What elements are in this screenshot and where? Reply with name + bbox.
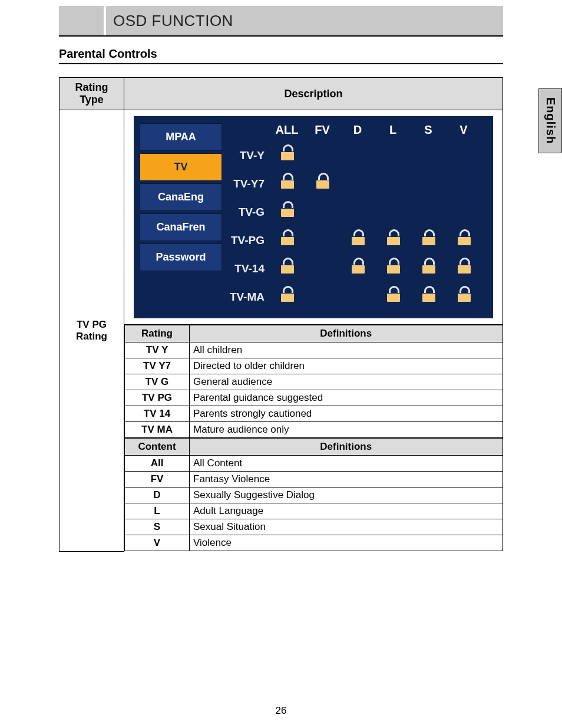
lock-icon — [279, 233, 295, 246]
osd-panel: MPAATVCanaEngCanaFrenPassword ALLFVDLSV … — [134, 116, 493, 318]
table-row: LAdult Language — [125, 503, 503, 519]
rating-code: TV G — [125, 374, 190, 390]
osd-lock-cell[interactable] — [375, 289, 411, 305]
lock-icon — [385, 289, 401, 302]
osd-lock-cell[interactable] — [269, 176, 305, 192]
parental-controls-table: Rating Type Description TV PG Rating MPA… — [59, 77, 503, 552]
lock-icon — [421, 289, 436, 302]
content-code: FV — [125, 472, 190, 487]
osd-lock-cell[interactable] — [269, 205, 305, 220]
osd-row-tv-14: TV-14 — [228, 255, 487, 283]
table-row: AllAll Content — [125, 456, 503, 472]
table-row: TV PGParental guidance suggested — [125, 390, 503, 406]
osd-grid-header: ALLFVDLSV — [228, 123, 487, 137]
osd-row-tv-ma: TV-MA — [228, 283, 487, 311]
osd-row-tv-g: TV-G — [228, 198, 487, 226]
header-bar: OSD FUNCTION — [59, 6, 503, 37]
osd-col-row-label — [228, 123, 269, 137]
page-number: 26 — [0, 705, 562, 729]
lock-icon — [456, 261, 471, 274]
content-definition: All Content — [190, 456, 503, 472]
lock-icon — [456, 289, 471, 302]
rating-type-cell: TV PG Rating — [59, 110, 124, 552]
osd-menu-item-canaeng[interactable]: CanaEng — [140, 183, 222, 211]
osd-row-tv-pg: TV-PG — [228, 226, 487, 255]
osd-lock-cell[interactable] — [446, 261, 481, 276]
rating-definition: Parents strongly cautioned — [190, 406, 503, 422]
content-code: S — [125, 519, 190, 535]
rating-code: TV Y7 — [125, 358, 190, 374]
lock-icon — [385, 261, 401, 274]
osd-row-label: TV-Y — [228, 149, 269, 162]
col-header-description: Description — [124, 78, 503, 110]
language-tab: English — [538, 88, 562, 153]
col-header-rating-type: Rating Type — [59, 78, 124, 110]
subsection-title: Parental Controls — [59, 47, 157, 60]
table-row: TV Y7Directed to older children — [125, 358, 503, 374]
osd-col-S: S — [411, 123, 446, 137]
table-row: DSexually Suggestive Dialog — [125, 487, 503, 503]
osd-lock-cell[interactable] — [269, 233, 305, 248]
osd-lock-cell[interactable] — [446, 289, 481, 305]
osd-grid-body: TV-YTV-Y7TV-GTV-PGTV-14TV-MA — [228, 141, 487, 311]
content-definition: Sexually Suggestive Dialog — [190, 487, 503, 503]
content-definition: Adult Language — [190, 503, 503, 519]
table-row: SSexual Situation — [125, 519, 503, 535]
osd-lock-cell[interactable] — [269, 261, 305, 276]
osd-col-V: V — [446, 123, 481, 137]
osd-row-tv-y7: TV-Y7 — [228, 170, 487, 198]
language-tab-label: English — [544, 97, 557, 144]
table-row: VViolence — [125, 535, 503, 551]
osd-lock-cell[interactable] — [340, 233, 375, 248]
osd-lock-cell[interactable] — [411, 289, 446, 305]
osd-col-ALL: ALL — [269, 123, 305, 137]
osd-lock-cell[interactable] — [269, 148, 305, 163]
osd-row-label: TV-MA — [228, 291, 269, 304]
lock-icon — [279, 148, 295, 161]
rating-code: TV MA — [125, 422, 190, 438]
lock-icon — [456, 233, 471, 246]
lock-icon — [279, 289, 295, 302]
osd-menu-item-canafren[interactable]: CanaFren — [140, 213, 222, 241]
rating-code: TV Y — [125, 342, 190, 358]
rating-def-header-def: Definitions — [190, 325, 503, 342]
osd-lock-cell[interactable] — [375, 261, 411, 276]
content-code: V — [125, 535, 190, 551]
osd-lock-cell[interactable] — [446, 233, 481, 248]
osd-row-label: TV-PG — [228, 234, 269, 247]
content-def-header-def: Definitions — [190, 439, 503, 456]
rating-code: TV PG — [125, 390, 190, 406]
osd-lock-cell[interactable] — [411, 261, 446, 276]
osd-screenshot-cell: MPAATVCanaEngCanaFrenPassword ALLFVDLSV … — [124, 110, 503, 325]
table-row: TV YAll children — [125, 342, 503, 358]
table-row: TV MAMature audience only — [125, 422, 503, 438]
rating-def-header-code: Rating — [125, 325, 190, 342]
osd-row-label: TV-14 — [228, 262, 269, 275]
rating-definition: All children — [190, 342, 503, 358]
subsection-bar: Parental Controls — [59, 47, 503, 64]
rating-definition: General audience — [190, 374, 503, 390]
content-code: All — [125, 456, 190, 472]
content-definitions-table: Content Definitions AllAll ContentFVFant… — [124, 438, 503, 551]
osd-menu-item-mpaa[interactable]: MPAA — [140, 123, 222, 151]
osd-menu-item-password[interactable]: Password — [140, 243, 222, 271]
osd-row-tv-y: TV-Y — [228, 141, 487, 170]
osd-menu-item-tv[interactable]: TV — [140, 153, 222, 181]
osd-lock-cell[interactable] — [340, 261, 375, 276]
osd-lock-cell[interactable] — [375, 233, 411, 248]
lock-icon — [279, 176, 295, 189]
lock-icon — [315, 176, 330, 189]
osd-menu: MPAATVCanaEngCanaFrenPassword — [140, 123, 222, 311]
osd-lock-cell[interactable] — [411, 233, 446, 248]
osd-row-label: TV-G — [228, 206, 269, 219]
rating-definition: Directed to older children — [190, 358, 503, 374]
osd-lock-cell[interactable] — [269, 289, 305, 305]
content-definition: Sexual Situation — [190, 519, 503, 535]
rating-definition: Mature audience only — [190, 422, 503, 438]
osd-lock-cell[interactable] — [305, 176, 340, 192]
lock-icon — [279, 261, 295, 274]
content-def-header-code: Content — [125, 439, 190, 456]
osd-col-L: L — [375, 123, 411, 137]
rating-definitions-table: Rating Definitions TV YAll childrenTV Y7… — [124, 325, 503, 438]
content-definition: Fantasy Violence — [190, 472, 503, 487]
